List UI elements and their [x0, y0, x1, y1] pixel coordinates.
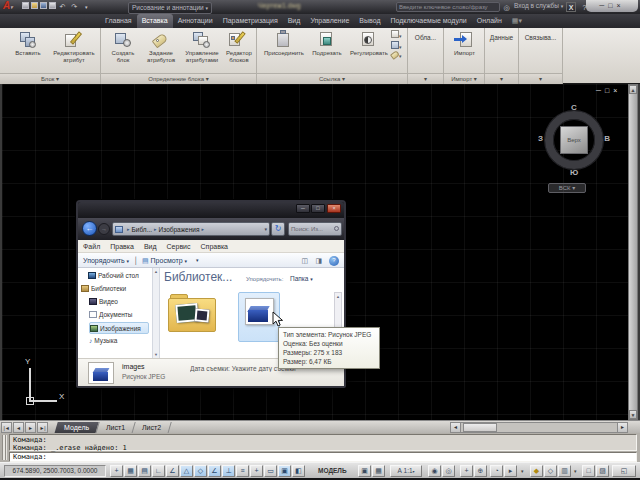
- exchange-icon[interactable]: X: [566, 2, 576, 12]
- organize-button[interactable]: Упорядочить ▾: [83, 253, 129, 269]
- panel-label-data[interactable]: ▾: [485, 73, 518, 84]
- drawing-close-icon[interactable]: ×: [613, 87, 621, 94]
- 3d-object-snap-icon[interactable]: ◇: [194, 465, 207, 477]
- canvas-vertical-scrollbar[interactable]: ▲ ▼: [628, 84, 638, 420]
- edit-attribute-button[interactable]: Редактировать атрибут: [50, 30, 98, 64]
- menu-tools[interactable]: Сервис: [162, 240, 196, 253]
- clean-screen-icon[interactable]: ◱: [612, 465, 636, 477]
- viewcube-east[interactable]: В: [604, 134, 610, 143]
- panel-label-block[interactable]: Блок ▾: [0, 73, 100, 84]
- create-block-button[interactable]: Создать блок: [105, 30, 141, 64]
- status-tray-arrow-icon[interactable]: ▾: [521, 468, 524, 474]
- explorer-maximize-icon[interactable]: □: [311, 204, 325, 213]
- quick-view-layouts-icon[interactable]: ▦: [372, 465, 385, 477]
- tab-parametrizaciya[interactable]: Параметризация: [218, 14, 283, 28]
- scroll-down-icon[interactable]: ▼: [153, 352, 159, 357]
- ribbon-options-icon[interactable]: ▦▾: [507, 14, 527, 28]
- toolbar-lock-icon[interactable]: ◇: [544, 465, 557, 477]
- frame-icon[interactable]: ▾: [391, 41, 406, 50]
- dynamic-input-icon[interactable]: ≡: [236, 465, 249, 477]
- scroll-up-icon[interactable]: ▲: [629, 85, 637, 94]
- sidebar-item-pictures[interactable]: Изображения: [89, 322, 149, 334]
- isolate-objects-icon[interactable]: □: [582, 465, 595, 477]
- lineweight-icon[interactable]: +: [250, 465, 263, 477]
- grid-display-icon[interactable]: ▤: [138, 465, 151, 477]
- tab-upravlenie[interactable]: Управление: [305, 14, 354, 28]
- tab-vstavka[interactable]: Вставка: [137, 14, 173, 28]
- clip-button[interactable]: Подрезать: [307, 30, 347, 57]
- tab-vyvod[interactable]: Вывод: [354, 14, 385, 28]
- new-icon[interactable]: [22, 2, 29, 9]
- explorer-search-input[interactable]: Поиск: Из...: [288, 222, 342, 236]
- steering-wheel-icon[interactable]: ◔: [490, 465, 503, 477]
- object-snap-tracking-icon[interactable]: ∠: [208, 465, 221, 477]
- annotation-scale-button[interactable]: А 1:1▾: [390, 465, 422, 477]
- viewcube[interactable]: С З В Ю Верх: [536, 102, 612, 178]
- breadcrumb-current[interactable]: Изображения: [159, 226, 200, 233]
- attach-button[interactable]: Присоединить: [261, 30, 307, 57]
- menu-view[interactable]: Вид: [139, 240, 162, 253]
- define-attributes-button[interactable]: Задание атрибутов: [142, 30, 180, 64]
- panel-label-point-cloud[interactable]: ▾: [408, 73, 443, 84]
- hscroll-thumb[interactable]: [463, 423, 497, 432]
- point-cloud-label[interactable]: Обла...: [408, 34, 443, 41]
- drawing-minimize-icon[interactable]: ─: [596, 87, 605, 94]
- sidebar-item-video[interactable]: Видео: [89, 296, 118, 308]
- plot-icon[interactable]: [49, 2, 56, 9]
- prev-tab-icon[interactable]: ◄: [13, 422, 24, 433]
- sidebar-item-libraries[interactable]: Библиотеки: [81, 283, 126, 295]
- linking-label[interactable]: Связыва...: [519, 34, 562, 41]
- autocad-logo-icon[interactable]: A▾: [3, 0, 13, 11]
- address-bar[interactable]: ▸ Библ... ▸ Изображения ▸ ▾: [112, 222, 270, 236]
- workspace-switch-icon[interactable]: ◆: [530, 465, 543, 477]
- sidebar-item-desktop[interactable]: Рабочий стол: [88, 270, 139, 282]
- autoscale-icon[interactable]: ◎: [442, 465, 455, 477]
- menu-edit[interactable]: Правка: [105, 240, 139, 253]
- address-dropdown-icon[interactable]: ▾: [264, 226, 267, 232]
- sidebar-item-music[interactable]: ♪Музыка: [89, 335, 117, 347]
- wcs-dropdown[interactable]: ВСК ▾: [548, 183, 586, 193]
- viewcube-north[interactable]: С: [536, 103, 612, 112]
- menu-help[interactable]: Справка: [196, 240, 233, 253]
- snap-underlay-icon[interactable]: ▾: [391, 52, 406, 59]
- sidebar-scrollbar[interactable]: ▲▼: [152, 268, 160, 358]
- tab-moduli[interactable]: Подключаемые модули: [385, 14, 471, 28]
- explorer-titlebar[interactable]: ─ □ ×: [78, 202, 344, 218]
- menu-file[interactable]: Файл: [78, 240, 105, 253]
- viewcube-south[interactable]: Ю: [536, 168, 612, 177]
- breadcrumb-root[interactable]: Библ...: [132, 226, 153, 233]
- command-window-grip[interactable]: [2, 435, 7, 460]
- ducs-icon[interactable]: ⊥: [222, 465, 235, 477]
- last-tab-icon[interactable]: ►|: [37, 422, 48, 433]
- quick-view-drawings-icon[interactable]: ▣: [358, 465, 371, 477]
- refresh-icon[interactable]: ↻: [271, 222, 285, 236]
- scroll-down-icon[interactable]: ▼: [629, 410, 637, 419]
- hscroll-right-icon[interactable]: ►: [617, 423, 627, 432]
- selection-cycling-icon[interactable]: ▣: [278, 465, 291, 477]
- tab-onlain[interactable]: Онлайн: [472, 14, 507, 28]
- hardware-status-icon[interactable]: ▥: [558, 465, 571, 477]
- forward-icon[interactable]: →: [98, 223, 110, 235]
- next-tab-icon[interactable]: ►: [25, 422, 36, 433]
- tab-vid[interactable]: Вид: [283, 14, 306, 28]
- explorer-close-icon[interactable]: ×: [327, 204, 341, 213]
- more-commands-icon[interactable]: ▾: [196, 253, 199, 268]
- views-icon[interactable]: ◫: [301, 253, 308, 268]
- tab-annotacii[interactable]: Аннотации: [173, 14, 218, 28]
- infer-constraints-icon[interactable]: +: [110, 465, 123, 477]
- redo-icon[interactable]: ↷: [70, 2, 79, 11]
- tab-glavnaya[interactable]: Главная: [100, 14, 137, 28]
- sidebar-item-documents[interactable]: Документы: [89, 309, 133, 321]
- drawing-restore-icon[interactable]: □: [605, 87, 613, 94]
- object-snap-icon[interactable]: △: [180, 465, 193, 477]
- preview-pane-icon[interactable]: ◨: [315, 253, 322, 268]
- annotation-monitor-icon[interactable]: ◧: [292, 465, 305, 477]
- panel-label-import[interactable]: Импорт ▾: [444, 73, 484, 84]
- horizontal-scrollbar[interactable]: ◄ ►: [450, 422, 628, 433]
- restore-icon[interactable]: □: [608, 2, 616, 9]
- arrange-by-value[interactable]: Папка ▾: [290, 275, 313, 282]
- signin-button[interactable]: Вход в службы ▾: [514, 0, 563, 12]
- block-editor-button[interactable]: Редактор блоков: [223, 30, 255, 64]
- status-display-icon[interactable]: ▨: [596, 465, 609, 477]
- show-motion-icon[interactable]: ▸: [504, 465, 517, 477]
